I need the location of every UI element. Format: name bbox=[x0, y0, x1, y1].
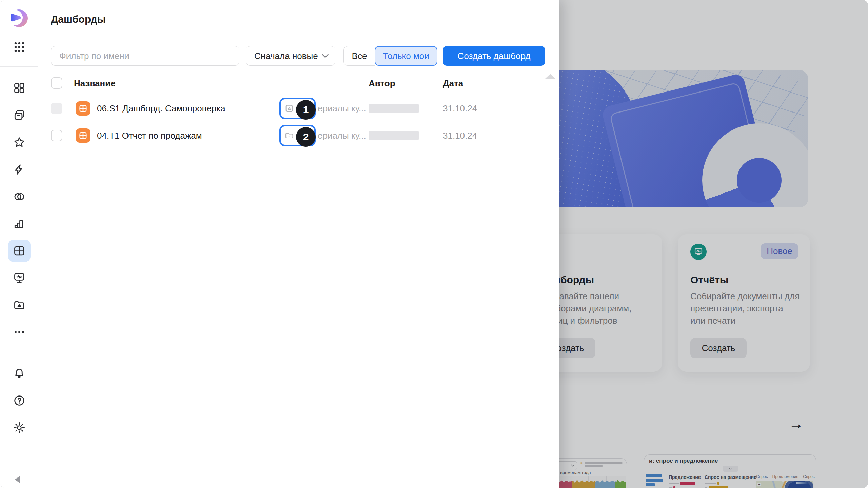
apps-grid-icon[interactable] bbox=[8, 36, 31, 58]
dashboard-entry-title[interactable]: 06.S1 Дашборд. Самопроверка bbox=[97, 103, 225, 114]
som-mark-1-box[interactable]: 1 bbox=[279, 98, 316, 119]
sidebar-item-charts[interactable] bbox=[8, 212, 31, 235]
entry-path-truncated: ериалы ку... bbox=[318, 130, 366, 141]
image-icon bbox=[284, 104, 294, 113]
sidebar-item-dashboards[interactable] bbox=[8, 240, 31, 262]
filter-only-mine-button[interactable]: Только мои bbox=[375, 46, 437, 66]
entry-date: 31.10.24 bbox=[443, 103, 477, 114]
ownership-filter-segmented: Все Только мои bbox=[343, 46, 437, 66]
sidebar-item-editor[interactable] bbox=[8, 267, 31, 289]
create-dashboard-button[interactable]: Создать дашборд bbox=[443, 46, 545, 66]
filter-by-name-input[interactable] bbox=[51, 46, 239, 66]
table-row[interactable]: 06.S1 Дашборд. Самопроверка ериалы ку...… bbox=[38, 95, 559, 122]
column-header-date: Дата bbox=[443, 78, 463, 89]
panel-title: Дашборды bbox=[51, 14, 106, 25]
row-checkbox[interactable] bbox=[51, 130, 62, 141]
sort-order-select[interactable]: Сначала новые bbox=[246, 46, 335, 66]
sort-order-value: Сначала новые bbox=[254, 51, 318, 61]
sidebar-item-collections[interactable] bbox=[8, 104, 31, 126]
column-header-author: Автор bbox=[369, 78, 395, 89]
row-checkbox[interactable] bbox=[51, 103, 62, 114]
sidebar-item-datasets[interactable] bbox=[8, 185, 31, 208]
sidebar-item-storage[interactable] bbox=[8, 294, 31, 316]
app-window: Дашборды Создавайте панели с наборами ди… bbox=[0, 0, 868, 488]
sidebar-item-more[interactable] bbox=[8, 321, 31, 343]
help-icon[interactable] bbox=[8, 389, 31, 412]
app-sidebar bbox=[0, 0, 38, 488]
notifications-bell-icon[interactable] bbox=[8, 362, 31, 385]
sidebar-item-connections[interactable] bbox=[8, 158, 31, 181]
folder-icon bbox=[284, 131, 294, 140]
dashboards-list-panel: Дашборды Сначала новые Все Только мои Со… bbox=[38, 0, 559, 488]
select-all-checkbox[interactable] bbox=[51, 77, 62, 89]
som-mark-2-box[interactable]: 2 bbox=[279, 125, 316, 146]
sidebar-item-favorites[interactable] bbox=[8, 131, 31, 154]
entry-date: 31.10.24 bbox=[443, 130, 477, 141]
collapse-sidebar-icon[interactable] bbox=[15, 476, 20, 483]
entry-path-truncated: ериалы ку... bbox=[318, 103, 366, 114]
dashboard-entry-title[interactable]: 04.T1 Отчет по продажам bbox=[97, 130, 202, 141]
som-mark-1-number: 1 bbox=[296, 100, 316, 120]
author-redacted-bar bbox=[369, 104, 419, 113]
column-header-name: Название bbox=[74, 78, 116, 89]
sidebar-item-workbooks[interactable] bbox=[8, 77, 31, 99]
dashboard-entry-icon bbox=[76, 128, 90, 143]
dashboard-entry-icon bbox=[76, 101, 90, 116]
som-mark-2-number: 2 bbox=[296, 127, 316, 147]
author-redacted-bar bbox=[369, 131, 419, 140]
table-row[interactable]: 04.T1 Отчет по продажам ериалы ку... 31.… bbox=[38, 122, 559, 149]
scroll-up-arrow[interactable] bbox=[545, 74, 555, 79]
filter-all-button[interactable]: Все bbox=[343, 46, 375, 66]
datalens-logo[interactable] bbox=[8, 7, 30, 29]
sidebar-divider bbox=[0, 66, 38, 67]
sidebar-footer-divider bbox=[0, 473, 38, 473]
chevron-down-icon bbox=[321, 54, 329, 58]
settings-gear-icon[interactable] bbox=[8, 416, 31, 439]
